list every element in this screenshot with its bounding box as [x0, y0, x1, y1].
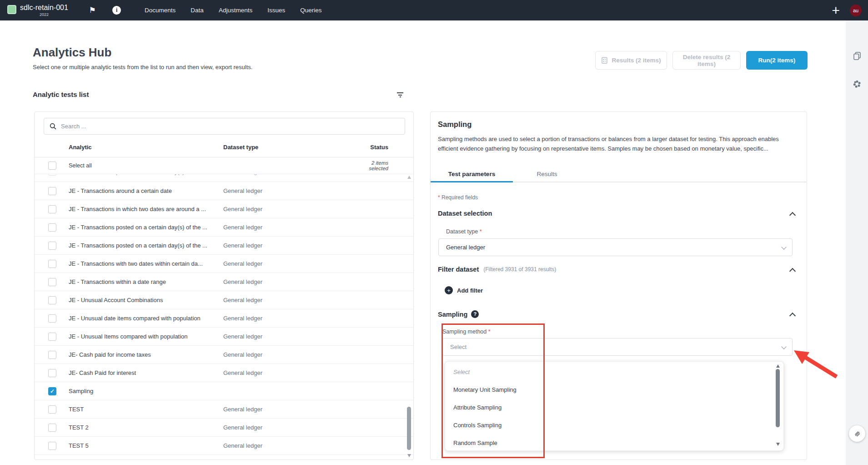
sampling-method-select[interactable]: Select — [442, 338, 793, 356]
dropdown-scroll-up-arrow[interactable] — [776, 364, 780, 368]
table-row[interactable]: JE- Cash paid for income taxesGeneral le… — [35, 346, 413, 364]
dropdown-option[interactable]: Controls Sampling — [445, 416, 783, 434]
dataset-type: General ledger — [223, 260, 353, 267]
row-checkbox[interactable] — [48, 242, 56, 250]
right-sidebar: ❮ — [846, 20, 868, 465]
sampling-method-label: Sampling method * — [442, 329, 491, 335]
filter-icon[interactable] — [396, 92, 404, 99]
row-checkbox[interactable] — [48, 260, 56, 268]
attachment-icon[interactable] — [849, 425, 865, 442]
panel-description: Sampling methods are used to select a po… — [438, 135, 799, 153]
flag-icon[interactable]: ⚑ — [89, 0, 96, 20]
table-row[interactable]: JE - Transactions posted on a certain da… — [35, 237, 413, 255]
table-row[interactable]: JE - Transactions within a date rangeGen… — [35, 273, 413, 291]
main-menu: DocumentsDataAdjustmentsIssuesQueries — [145, 7, 321, 14]
help-icon[interactable]: ? — [471, 310, 479, 318]
results-clipboard-icon — [601, 57, 608, 64]
scroll-down-arrow[interactable] — [407, 454, 411, 457]
project-name: sdlc-retain-001 — [20, 4, 68, 12]
tab-results[interactable]: Results — [513, 166, 581, 182]
required-asterisk: * — [488, 329, 491, 335]
table-row[interactable]: TESTGeneral ledger — [35, 400, 413, 419]
nav-queries[interactable]: Queries — [300, 7, 321, 14]
required-fields-note: * Required fields — [438, 194, 478, 201]
row-checkbox[interactable] — [48, 314, 56, 323]
panel-title: Sampling — [438, 120, 472, 129]
table-row[interactable]: JE - Transactions around a certain dateG… — [35, 182, 413, 200]
add-filter-button[interactable]: + Add filter — [445, 286, 483, 294]
info-icon[interactable]: i — [112, 6, 121, 15]
dataset-type: General ledger — [223, 351, 353, 358]
table-row[interactable]: JE - Transactions with two dates within … — [35, 255, 413, 273]
collapse-sampling-icon[interactable] — [789, 313, 796, 319]
table-header: Analytic Dataset type Status — [35, 137, 413, 157]
row-checkbox[interactable] — [48, 174, 56, 176]
results-button[interactable]: Results (2 items) — [595, 51, 667, 70]
run-button[interactable]: Run(2 items) — [746, 51, 808, 70]
analytic-tests-card: Analytic Dataset type Status Select all … — [34, 111, 414, 460]
dataset-type-label-text: Dataset type — [446, 228, 478, 235]
table-row[interactable]: JE - Transactions posted on a certain da… — [35, 174, 413, 181]
row-checkbox[interactable] — [48, 442, 56, 450]
nav-documents[interactable]: Documents — [145, 7, 176, 14]
apps-flower-icon[interactable] — [853, 80, 862, 89]
dataset-type: General ledger — [223, 206, 353, 212]
required-asterisk: * — [438, 194, 440, 201]
page-subtitle: Select one or multiple analytic tests fr… — [33, 64, 252, 71]
dataset-type-select[interactable]: General ledger — [438, 238, 793, 256]
collapse-filter-dataset-icon[interactable] — [789, 268, 796, 274]
nav-adjustments[interactable]: Adjustments — [219, 7, 252, 14]
tab-test-parameters[interactable]: Test parameters — [431, 166, 513, 182]
row-checkbox[interactable] — [48, 333, 56, 341]
project-year: 2022 — [40, 12, 49, 17]
table-row[interactable]: JE - Unusual date items compared with po… — [35, 309, 413, 328]
select-all-checkbox[interactable] — [48, 162, 56, 170]
sampling-section-title: Sampling — [438, 311, 467, 318]
dropdown-scrollbar-thumb[interactable] — [776, 369, 780, 427]
analytic-name: JE - Transactions within a date range — [69, 278, 211, 285]
row-checkbox[interactable] — [48, 205, 56, 213]
row-checkbox[interactable] — [48, 278, 56, 286]
dropdown-option[interactable]: Attribute Sampling — [445, 399, 783, 416]
project-switcher[interactable]: sdlc-retain-001 2022 — [7, 4, 68, 17]
row-checkbox[interactable] — [48, 187, 56, 195]
analytic-name: JE - Transactions around a certain date — [69, 187, 211, 194]
table-row[interactable]: JE- Cash Paid for interestGeneral ledger — [35, 364, 413, 382]
add-icon[interactable]: + — [832, 4, 840, 17]
scrollbar-thumb[interactable] — [407, 407, 411, 450]
row-checkbox[interactable] — [48, 387, 56, 395]
dataset-type: General ledger — [223, 278, 353, 285]
dropdown-option[interactable]: Monetary Unit Sampling — [445, 381, 783, 399]
row-checkbox[interactable] — [48, 405, 56, 414]
dropdown-option[interactable]: Select — [445, 363, 783, 381]
nav-issues[interactable]: Issues — [267, 7, 285, 14]
dropdown-option[interactable]: Random Sample — [445, 434, 783, 452]
search-input[interactable] — [61, 123, 399, 130]
copy-pages-icon[interactable] — [853, 51, 862, 61]
row-checkbox[interactable] — [48, 351, 56, 359]
sampling-method-label-text: Sampling method — [442, 329, 487, 335]
dropdown-scroll-down-arrow[interactable] — [776, 443, 780, 446]
table-row[interactable]: JE - Unusual Items compared with populat… — [35, 328, 413, 346]
table-row[interactable]: TEST 2General ledger — [35, 419, 413, 437]
row-checkbox[interactable] — [48, 424, 56, 432]
row-checkbox[interactable] — [48, 223, 56, 232]
column-dataset-type: Dataset type — [223, 144, 353, 151]
row-checkbox[interactable] — [48, 369, 56, 377]
table-row[interactable]: JE - Unusual Account CombinationsGeneral… — [35, 291, 413, 309]
row-checkbox[interactable] — [48, 296, 56, 304]
table-row[interactable]: Sampling — [35, 382, 413, 400]
analytic-name: JE - Unusual Items compared with populat… — [69, 333, 211, 340]
user-avatar[interactable]: au — [850, 5, 862, 16]
collapse-dataset-selection-icon[interactable] — [789, 212, 796, 218]
table-row[interactable]: JE - Transactions in which two dates are… — [35, 200, 413, 218]
table-row[interactable]: TEST 5General ledger — [35, 437, 413, 455]
section-sampling: Sampling ? — [438, 310, 479, 318]
delete-results-button[interactable]: Delete results (2 items) — [672, 51, 741, 70]
nav-data[interactable]: Data — [191, 7, 204, 14]
table-row[interactable]: JE - Transactions posted on a certain da… — [35, 218, 413, 237]
scroll-up-arrow[interactable] — [407, 176, 411, 179]
tab-bar: Test parameters Results — [431, 166, 807, 182]
dataset-type-value: General ledger — [446, 244, 485, 251]
dataset-type-label: Dataset type * — [446, 228, 482, 235]
